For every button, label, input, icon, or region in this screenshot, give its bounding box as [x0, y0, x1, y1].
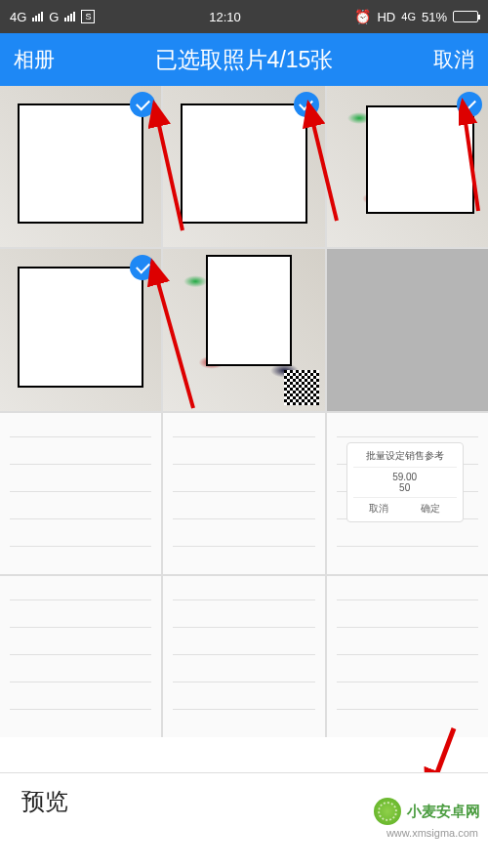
photo-item[interactable]	[163, 249, 324, 410]
redaction-box	[206, 255, 291, 365]
page-title: 已选取照片4/15张	[155, 45, 334, 75]
alarm-icon: ⏰	[354, 9, 371, 24]
photo-item[interactable]	[0, 576, 161, 737]
modal-price: 59.00	[353, 472, 457, 482]
net-label-1: 4G	[10, 10, 26, 24]
status-left: 4G G S	[10, 10, 95, 24]
check-icon[interactable]	[457, 92, 482, 117]
preview-button[interactable]: 预览	[21, 786, 68, 817]
status-right: ⏰ HD 4G 51%	[354, 9, 478, 24]
redaction-box	[181, 103, 306, 224]
price-modal: 批量设定销售参考 59.00 50 取消 确定	[346, 442, 464, 522]
modal-confirm[interactable]: 确定	[421, 502, 440, 516]
photo-item[interactable]	[0, 413, 161, 574]
hd-label: HD	[377, 10, 395, 24]
redaction-box	[18, 103, 143, 224]
photo-item[interactable]	[163, 86, 324, 247]
signal-icon-1	[32, 12, 43, 21]
net-label-3: 4G	[401, 11, 416, 22]
app-icon: S	[81, 10, 95, 23]
watermark-name: 小麦安卓网	[407, 803, 480, 821]
check-icon[interactable]	[294, 92, 319, 117]
photo-item[interactable]	[327, 249, 488, 410]
clock: 12:10	[209, 10, 241, 24]
battery-icon	[453, 11, 478, 22]
nav-bar: 相册 已选取照片4/15张 取消	[0, 33, 488, 86]
qr-code-icon	[284, 370, 319, 405]
photo-item[interactable]: 批量设定销售参考 59.00 50 取消 确定	[327, 413, 488, 574]
modal-title: 批量设定销售参考	[353, 449, 457, 463]
photo-grid: 批量设定销售参考 59.00 50 取消 确定	[0, 86, 488, 737]
redaction-box	[366, 105, 474, 214]
check-icon[interactable]	[130, 92, 155, 117]
battery-pct: 51%	[422, 10, 447, 24]
watermark-url: www.xmsigma.com	[386, 827, 478, 839]
watermark: 小麦安卓网	[374, 798, 480, 825]
photo-item[interactable]	[327, 86, 488, 247]
watermark-logo-icon	[374, 798, 401, 825]
photo-item[interactable]	[0, 249, 161, 410]
modal-cancel[interactable]: 取消	[369, 502, 388, 516]
nav-cancel-button[interactable]: 取消	[433, 46, 474, 73]
photo-item[interactable]	[0, 86, 161, 247]
signal-icon-2	[64, 12, 75, 21]
status-bar: 4G G S 12:10 ⏰ HD 4G 51%	[0, 0, 488, 33]
nav-album-button[interactable]: 相册	[14, 46, 55, 73]
modal-qty: 50	[353, 482, 457, 493]
net-label-2: G	[49, 10, 59, 24]
photo-item[interactable]	[163, 576, 324, 737]
photo-item[interactable]	[163, 413, 324, 574]
photo-item[interactable]	[327, 576, 488, 737]
check-icon[interactable]	[130, 255, 155, 280]
redaction-box	[18, 267, 143, 387]
